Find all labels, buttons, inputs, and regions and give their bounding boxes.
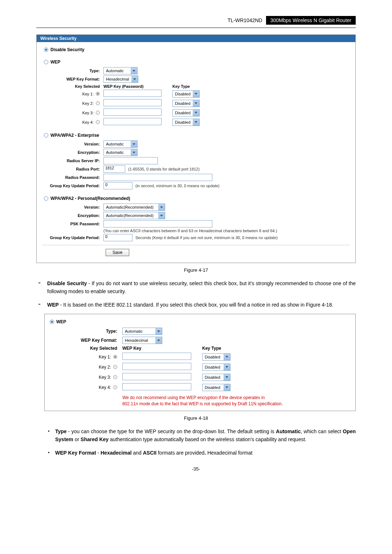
wep2-key3-input[interactable] (122, 373, 191, 380)
bullet-wep: WEP - It is based on the IEEE 802.11 sta… (47, 301, 356, 309)
wep2-key4-type[interactable]: Disabled (202, 384, 230, 391)
disable-security-label: Disable Security (50, 47, 84, 52)
radio-key2b[interactable] (113, 365, 117, 369)
wep2-key1-type[interactable]: Disabled (202, 353, 230, 361)
chevron-down-icon (193, 119, 199, 126)
radio-key1[interactable] (96, 92, 100, 96)
chevron-down-icon (224, 364, 230, 370)
sub-wep-format: WEP Key Format - Hexadecimal and ASCII f… (55, 449, 356, 457)
radio-key2[interactable] (96, 101, 100, 105)
ent-version-select[interactable]: Automatic (103, 140, 138, 148)
chevron-down-icon (131, 141, 137, 147)
figure-caption-2: Figure 4-18 (36, 415, 356, 421)
wep-notice-panel: WEP Type: Automatic WEP Key Format: Hexa… (44, 314, 356, 411)
ent-encryption-select[interactable]: Automatic (103, 149, 138, 156)
dot-bullet-icon: • (48, 449, 52, 457)
triangle-bullet-icon: ➢ (38, 279, 41, 296)
personal-title: WPA/WPA2 - Personal(Recommended) (50, 196, 130, 201)
key-type-header: Key Type (172, 84, 190, 89)
ent-group-period-input[interactable]: 0 (103, 182, 132, 189)
per-group-period-input[interactable]: 0 (103, 234, 132, 241)
radius-password-input[interactable] (103, 174, 212, 181)
wep-title-2: WEP (56, 319, 66, 324)
psk-password-input[interactable] (103, 220, 212, 227)
wep2-key2-type[interactable]: Disabled (202, 364, 230, 371)
radio-personal[interactable] (44, 196, 48, 201)
chevron-down-icon (155, 328, 162, 335)
wep-title: WEP (50, 59, 60, 65)
chevron-down-icon (158, 212, 165, 219)
chevron-down-icon (224, 384, 230, 391)
wep-type-select[interactable]: Automatic (103, 67, 138, 74)
radio-key3b[interactable] (113, 375, 117, 379)
wep2-key3-type[interactable]: Disabled (202, 374, 230, 381)
radius-port-input[interactable]: 1812 (103, 165, 125, 173)
wep-format-label: WEP Key Format: (42, 77, 103, 81)
enterprise-title: WPA/WPA2 - Enterprise (50, 133, 99, 138)
wep-key3-input[interactable] (103, 108, 162, 116)
radio-key4[interactable] (96, 120, 100, 124)
wep-key3-type[interactable]: Disabled (172, 109, 200, 116)
wep-warning-text: We do not recommend using the WEP encryp… (122, 393, 350, 407)
sub-type: Type - you can choose the type for the W… (55, 427, 356, 444)
key-selected-header: Key Selected (42, 84, 103, 89)
wep-format-select[interactable]: Hexadecimal (103, 75, 138, 83)
dot-bullet-icon: • (48, 427, 52, 444)
radio-key3[interactable] (96, 111, 100, 115)
wep-type-label: Type: (42, 69, 103, 73)
chevron-down-icon (131, 76, 138, 82)
triangle-bullet-icon: ➢ (38, 301, 41, 309)
radio-wep-selected[interactable] (50, 320, 54, 324)
figure-caption-1: Figure 4-17 (36, 267, 356, 273)
chevron-down-icon (193, 91, 199, 97)
chevron-down-icon (155, 337, 162, 344)
save-button[interactable]: Save (106, 249, 129, 256)
wep2-key4-input[interactable] (122, 383, 191, 390)
chevron-down-icon (193, 100, 199, 107)
wep-key1-type[interactable]: Disabled (172, 90, 200, 98)
chevron-down-icon (193, 110, 199, 116)
chevron-down-icon (131, 149, 137, 156)
bullet-disable-security: Disable Security - If you do not want to… (47, 279, 356, 296)
panel-title: Wireless Security (37, 35, 355, 42)
wep2-key1-input[interactable] (122, 353, 191, 360)
radio-enterprise[interactable] (44, 133, 48, 138)
radio-disable-security[interactable] (44, 48, 48, 52)
page-number: -35- (36, 466, 356, 472)
wep2-format-select[interactable]: Hexadecimal (122, 337, 162, 344)
wep2-key2-input[interactable] (122, 363, 191, 370)
wep-key4-input[interactable] (103, 118, 162, 125)
radio-key4b[interactable] (113, 385, 117, 389)
doc-model: TL-WR1042ND (228, 17, 262, 23)
doc-product: 300Mbps Wireless N Gigabit Router (266, 16, 356, 25)
per-encryption-select[interactable]: Automatic(Recommended) (103, 212, 165, 219)
radius-ip-input[interactable] (103, 157, 158, 164)
wep-key-header: WEP Key (Password) (103, 84, 172, 89)
wep-key1-input[interactable] (103, 90, 162, 97)
radio-wep[interactable] (44, 60, 48, 64)
wep-key2-type[interactable]: Disabled (172, 100, 200, 107)
chevron-down-icon (158, 204, 165, 210)
radio-key1b[interactable] (113, 355, 117, 359)
wep-key4-type[interactable]: Disabled (172, 119, 200, 126)
chevron-down-icon (131, 67, 137, 74)
chevron-down-icon (224, 374, 230, 381)
wireless-security-panel: Wireless Security Disable Security WEP T… (36, 34, 356, 263)
wep-key2-input[interactable] (103, 99, 162, 106)
chevron-down-icon (224, 354, 230, 360)
wep2-type-select[interactable]: Automatic (122, 328, 162, 335)
per-version-select[interactable]: Automatic(Recommended) (103, 204, 165, 211)
header-rule (36, 28, 356, 28)
